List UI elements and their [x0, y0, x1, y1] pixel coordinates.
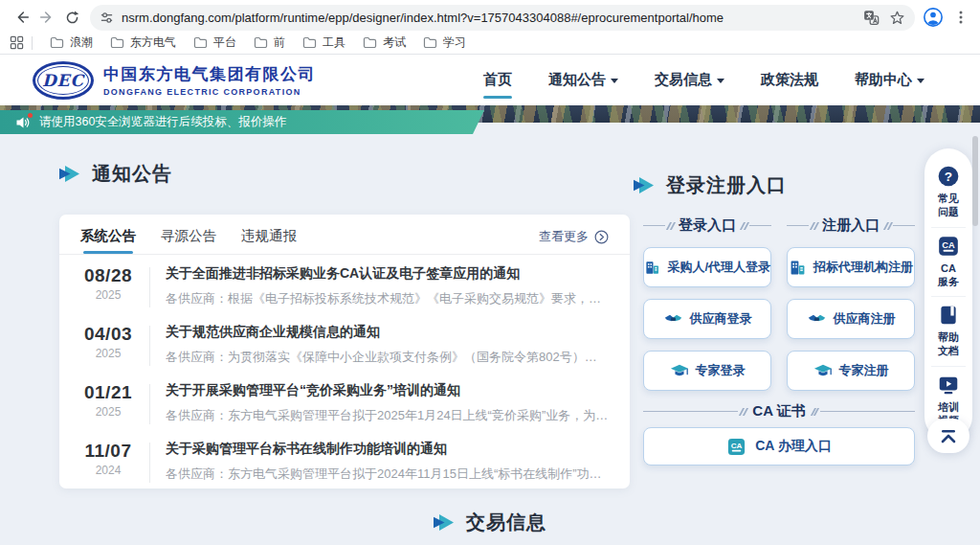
book-icon	[937, 304, 960, 327]
folder-icon	[423, 36, 437, 49]
main-nav: 首页 通知公告 交易信息 政策法规 帮助中心	[481, 65, 926, 95]
expert-register-button[interactable]: 专家注册	[787, 351, 915, 391]
login-entry-header: 登录入口	[643, 216, 771, 235]
svg-text:CA: CA	[942, 239, 955, 249]
sidebar-item-label: CA服务	[936, 261, 961, 289]
ca-badge-icon: CA	[726, 437, 746, 457]
nav-item-trade-info[interactable]: 交易信息	[653, 65, 726, 95]
bidding-agency-register-button[interactable]: 招标代理机构注册	[787, 247, 915, 287]
nav-item-help-center[interactable]: 帮助中心	[853, 65, 926, 95]
tab-sourcing-notices[interactable]: 寻源公告	[161, 227, 216, 254]
site-settings-icon[interactable]	[100, 11, 114, 25]
bookmark-label: 考试	[383, 34, 406, 51]
scrollbar-thumb[interactable]	[972, 136, 978, 226]
bookmark-folder[interactable]: 平台	[186, 33, 244, 53]
nav-item-home[interactable]: 首页	[481, 65, 514, 95]
browser-chrome: nsrm.dongfang.com/platform/runtime/epp/d…	[0, 0, 980, 55]
notice-date-year: 2024	[80, 464, 136, 477]
nav-label: 通知公告	[548, 71, 606, 89]
svg-text:?: ?	[945, 170, 952, 184]
ca-apply-button[interactable]: CA CA 办理入口	[643, 427, 915, 466]
button-label: CA 办理入口	[755, 438, 832, 455]
ca-icon: CA	[937, 235, 960, 258]
video-icon	[937, 374, 960, 397]
bookmark-label: 学习	[443, 34, 466, 51]
nav-item-notices[interactable]: 通知公告	[546, 65, 620, 95]
bookmark-label: 平台	[213, 34, 236, 51]
nav-item-policies[interactable]: 政策法规	[759, 65, 820, 95]
menu-dots-icon[interactable]	[953, 10, 969, 25]
bookmark-folder[interactable]: 浪潮	[42, 33, 100, 53]
apps-grid-icon[interactable]	[10, 35, 24, 50]
url-text[interactable]: nsrm.dongfang.com/platform/runtime/epp/d…	[122, 11, 856, 25]
notice-tabs: 系统公告 寻源公告 违规通报 查看更多	[59, 215, 630, 255]
supplier-register-button[interactable]: 供应商注册	[787, 299, 915, 339]
register-header-label: 注册入口	[822, 216, 880, 235]
sidebar-item-label: 常见问题	[936, 192, 961, 219]
notice-row[interactable]: 01/21 2025 关于开展采购管理平台“竞价采购业务”培训的通知 各供应商：…	[59, 372, 630, 430]
forward-icon[interactable]	[34, 5, 59, 30]
expert-login-button[interactable]: 专家登录	[643, 351, 771, 391]
back-to-top-button[interactable]	[927, 419, 969, 453]
notice-date-year: 2025	[80, 405, 136, 419]
bookmark-star-icon[interactable]	[889, 10, 905, 26]
bookmark-folder[interactable]: 前	[246, 33, 293, 53]
profile-icon[interactable]	[923, 7, 944, 28]
entry-headers: 登录入口 注册入口	[643, 216, 915, 235]
divider	[149, 326, 150, 366]
folder-icon	[50, 36, 64, 49]
url-bar[interactable]: nsrm.dongfang.com/platform/runtime/epp/d…	[90, 5, 915, 31]
notice-date: 01/21 2025	[80, 382, 136, 419]
notice-row[interactable]: 04/03 2025 关于规范供应商企业规模信息的通知 各供应商：为贯彻落实《保…	[59, 313, 630, 372]
bookmark-folder[interactable]: 学习	[415, 33, 474, 53]
section-arrow-icon	[634, 177, 654, 193]
question-icon: ?	[937, 165, 960, 188]
button-label: 招标代理机构注册	[813, 259, 913, 276]
notice-title-text[interactable]: 关于采购管理平台标书在线制作功能培训的通知	[166, 441, 609, 458]
tab-system-notices[interactable]: 系统公告	[80, 227, 136, 254]
bookmark-label: 东方电气	[130, 34, 176, 51]
divider	[149, 384, 150, 424]
translate-icon[interactable]	[863, 10, 880, 26]
divider	[149, 267, 150, 307]
circle-chevron-right-icon	[594, 230, 609, 244]
bookmark-folder[interactable]: 考试	[355, 33, 413, 53]
notice-title-text[interactable]: 关于规范供应商企业规模信息的通知	[166, 324, 609, 341]
tab-violation-reports[interactable]: 违规通报	[241, 227, 297, 254]
view-more-link[interactable]: 查看更多	[539, 228, 609, 254]
view-more-label: 查看更多	[539, 228, 589, 245]
browser-toolbar: nsrm.dongfang.com/platform/runtime/epp/d…	[0, 0, 980, 32]
sidebar-item-ca-service[interactable]: CA CA服务	[931, 228, 966, 298]
supplier-login-button[interactable]: 供应商登录	[643, 299, 771, 339]
sidebar-item-label: 帮助文档	[936, 330, 961, 358]
building-icon	[644, 259, 660, 277]
bookmark-label: 工具	[323, 34, 345, 51]
section-arrow-icon	[59, 166, 79, 182]
notice-date: 11/07 2024	[80, 441, 136, 477]
buyer-agent-login-button[interactable]: 采购人/代理人登录	[643, 247, 771, 287]
chevron-down-icon	[917, 79, 924, 83]
back-icon[interactable]	[10, 5, 34, 30]
logo[interactable]: DEC 中国东方电气集团有限公司 DONGFANG ELECTRIC CORPO…	[33, 61, 316, 100]
notice-title-text[interactable]: 关于开展采购管理平台“竞价采购业务”培训的通知	[166, 382, 609, 399]
notice-date: 08/28 2025	[80, 265, 136, 302]
notice-card: 系统公告 寻源公告 违规通报 查看更多 08/28 2025 关于全面推进非招标…	[59, 215, 630, 488]
reload-icon[interactable]	[59, 5, 84, 30]
bookmark-folder[interactable]: 工具	[295, 33, 353, 53]
notice-summary-text: 各供应商：根据《电子招标投标系统技术规范》《电子采购交易规范》要求，东方电气采购…	[166, 290, 609, 307]
notice-title-text[interactable]: 关于全面推进非招标采购业务CA认证及电子签章应用的通知	[166, 265, 609, 283]
button-label: 采购人/代理人登录	[667, 259, 770, 276]
login-header-label: 登录入口	[679, 216, 736, 235]
section-arrow-icon	[434, 514, 454, 531]
chevron-down-icon	[611, 79, 618, 83]
button-label: 专家登录	[696, 362, 746, 379]
sidebar-item-help-docs[interactable]: 帮助文档	[931, 297, 966, 367]
notice-row[interactable]: 08/28 2025 关于全面推进非招标采购业务CA认证及电子签章应用的通知 各…	[59, 255, 630, 313]
notice-row[interactable]: 11/07 2024 关于采购管理平台标书在线制作功能培训的通知 各供应商：东方…	[59, 430, 630, 488]
bookmark-folder[interactable]: 东方电气	[102, 33, 184, 53]
sidebar-item-faq[interactable]: ? 常见问题	[931, 158, 966, 228]
graduation-cap-icon	[813, 363, 833, 379]
notice-date-year: 2025	[80, 347, 136, 360]
company-name-cn: 中国东方电气集团有限公司	[103, 63, 316, 85]
folder-icon	[302, 36, 317, 49]
